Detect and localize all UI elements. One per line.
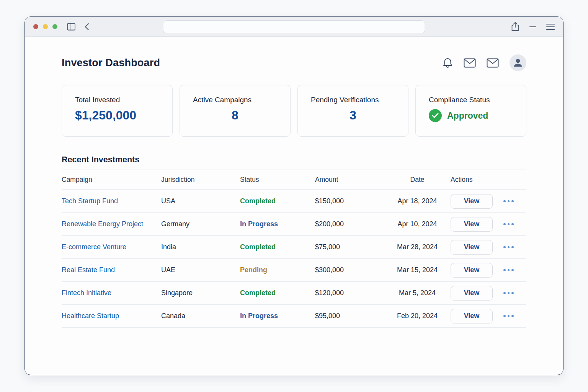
campaign-link[interactable]: Real Estate Fund	[62, 266, 115, 274]
jurisdiction-cell: Singapore	[161, 282, 240, 305]
stat-card-value: $1,250,000	[75, 108, 159, 122]
mail-icon[interactable]	[464, 58, 476, 68]
more-options-icon[interactable]	[503, 314, 514, 319]
jurisdiction-cell: USA	[161, 190, 240, 213]
share-icon[interactable]	[511, 22, 519, 32]
mail-icon[interactable]	[487, 58, 499, 68]
amount-cell: $300,000	[315, 259, 384, 282]
status-text: Completed	[240, 289, 276, 297]
dashboard-content: Investor Dashboard	[25, 54, 563, 328]
date-cell: Mar 5, 2024	[384, 282, 451, 305]
header-actions	[443, 54, 526, 71]
amount-cell: $120,000	[315, 282, 384, 305]
check-circle-icon	[429, 109, 442, 122]
investments-table: CampaignJurisdictionStatusAmountDateActi…	[62, 170, 526, 328]
column-header-status: Status	[240, 170, 315, 190]
stat-card: Total Invested$1,250,000	[62, 85, 173, 137]
more-options-icon[interactable]	[503, 222, 514, 227]
status-text: In Progress	[240, 312, 278, 320]
view-button[interactable]: View	[451, 309, 493, 323]
stat-card: Compliance StatusApproved	[415, 85, 526, 137]
profile-avatar[interactable]	[510, 54, 526, 71]
campaign-link[interactable]: Healthcare Startup	[62, 312, 119, 320]
amount-cell: $150,000	[315, 190, 384, 213]
view-button[interactable]: View	[451, 286, 493, 301]
close-button[interactable]	[33, 24, 38, 29]
amount-cell: $95,000	[315, 305, 384, 328]
campaign-link[interactable]: Fintech Initiative	[62, 289, 111, 297]
jurisdiction-cell: Canada	[161, 305, 240, 328]
stat-card: Active Campaigns8	[180, 85, 291, 137]
status-text: Completed	[240, 197, 276, 205]
date-cell: Apr 10, 2024	[384, 213, 451, 236]
amount-cell: $200,000	[315, 213, 384, 236]
window-controls	[33, 24, 57, 29]
chrome-right-controls	[511, 22, 555, 32]
date-cell: Mar 28, 2024	[384, 236, 451, 259]
view-button[interactable]: View	[451, 263, 493, 278]
table-row: Healthcare StartupCanadaIn Progress$95,0…	[62, 305, 526, 328]
stat-card-label: Total Invested	[75, 96, 159, 104]
stat-card-label: Pending Verifications	[311, 96, 395, 104]
column-header-date: Date	[384, 170, 451, 190]
stat-card-label: Compliance Status	[429, 96, 513, 104]
actions-cell: View	[451, 282, 526, 304]
actions-cell: View	[451, 213, 526, 235]
table-row: Real Estate FundUAEPending$300,000Mar 15…	[62, 259, 526, 282]
jurisdiction-cell: UAE	[161, 259, 240, 282]
stat-card: Pending Verifications3	[297, 85, 408, 137]
column-header-campaign: Campaign	[62, 170, 161, 190]
actions-cell: View	[451, 190, 526, 212]
compliance-status: Approved	[429, 109, 513, 122]
more-options-icon[interactable]	[503, 199, 514, 204]
more-options-icon[interactable]	[503, 245, 514, 250]
minimize-button[interactable]	[43, 24, 48, 29]
minimize-window-icon[interactable]	[529, 26, 536, 28]
back-icon[interactable]	[84, 23, 90, 31]
date-cell: Mar 15, 2024	[384, 259, 451, 282]
campaign-link[interactable]: E-commerce Venture	[62, 243, 126, 251]
view-button[interactable]: View	[451, 194, 493, 209]
browser-chrome	[25, 17, 563, 37]
page-title: Investor Dashboard	[62, 57, 160, 69]
view-button[interactable]: View	[451, 217, 493, 232]
column-header-actions: Actions	[451, 170, 526, 190]
page-header: Investor Dashboard	[62, 54, 526, 71]
bell-icon[interactable]	[443, 57, 453, 69]
more-options-icon[interactable]	[503, 268, 514, 273]
table-header-row: CampaignJurisdictionStatusAmountDateActi…	[62, 170, 526, 190]
address-bar[interactable]	[163, 20, 425, 33]
table-row: Fintech InitiativeSingaporeCompleted$120…	[62, 282, 526, 305]
column-header-jurisdiction: Jurisdiction	[161, 170, 240, 190]
zoom-button[interactable]	[52, 24, 57, 29]
browser-window: Investor Dashboard	[24, 16, 564, 375]
table-row: E-commerce VentureIndiaCompleted$75,000M…	[62, 236, 526, 259]
status-text: Completed	[240, 243, 276, 251]
view-button[interactable]: View	[451, 240, 493, 255]
stat-card-value: 3	[311, 108, 395, 122]
menu-icon[interactable]	[546, 23, 555, 30]
status-text: Pending	[240, 266, 267, 274]
stat-card-value: 8	[193, 108, 277, 122]
stat-card-value: Approved	[447, 111, 488, 121]
table-row: Tech Startup FundUSACompleted$150,000Apr…	[62, 190, 526, 213]
amount-cell: $75,000	[315, 236, 384, 259]
actions-cell: View	[451, 236, 526, 258]
table-row: Renewable Energy ProjectGermanyIn Progre…	[62, 213, 526, 236]
stat-card-label: Active Campaigns	[193, 96, 277, 104]
sidebar-toggle-icon[interactable]	[67, 23, 76, 31]
actions-cell: View	[451, 259, 526, 281]
date-cell: Apr 18, 2024	[384, 190, 451, 213]
more-options-icon[interactable]	[503, 291, 514, 296]
stat-cards: Total Invested$1,250,000Active Campaigns…	[62, 85, 526, 137]
jurisdiction-cell: Germany	[161, 213, 240, 236]
campaign-link[interactable]: Renewable Energy Project	[62, 220, 143, 228]
campaign-link[interactable]: Tech Startup Fund	[62, 197, 118, 205]
status-text: In Progress	[240, 220, 278, 228]
date-cell: Feb 20, 2024	[384, 305, 451, 328]
column-header-amount: Amount	[315, 170, 384, 190]
jurisdiction-cell: India	[161, 236, 240, 259]
section-title: Recent Investments	[62, 155, 526, 165]
actions-cell: View	[451, 305, 526, 327]
